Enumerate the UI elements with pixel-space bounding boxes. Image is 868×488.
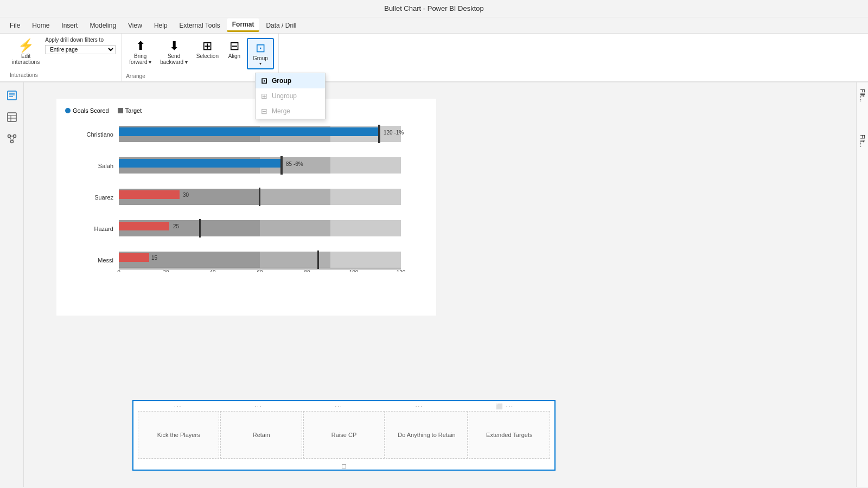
bring-forward-button[interactable]: ⬆ Bringforward ▾: [126, 38, 155, 67]
bar-label-hazard: Hazard: [94, 226, 113, 232]
legend-target-label: Target: [125, 107, 142, 114]
chart-container: Goals Scored Target Christiano: [56, 99, 436, 316]
align-button[interactable]: ⊟ Align: [224, 38, 245, 61]
align-label: Align: [228, 53, 240, 59]
card-cell-1: Kick the Players: [138, 411, 219, 459]
drill-filter-area: Apply drill down filters to Entire page: [45, 37, 116, 54]
svg-text:20: 20: [163, 269, 169, 272]
card-dots-1: ···: [174, 403, 182, 409]
group-icon: ⊡: [256, 41, 265, 55]
titlebar: Bullet Chart - Power BI Desktop: [0, 0, 868, 17]
interactions-section-label: Interactions: [10, 72, 116, 78]
menu-view[interactable]: View: [123, 20, 148, 31]
filters-label[interactable]: Filt...: [859, 89, 866, 102]
svg-rect-32: [119, 222, 169, 230]
svg-rect-0: [8, 91, 16, 100]
card-dots-2: ···: [254, 403, 262, 409]
bar-value-christiano: 120 -1%: [384, 130, 404, 136]
card-cell-4: Do Anything to Retain: [386, 411, 467, 459]
svg-text:0: 0: [117, 269, 120, 272]
card-cell-2: Retain: [220, 411, 302, 459]
menu-modeling[interactable]: Modeling: [84, 20, 122, 31]
card-dots-3: ···: [335, 403, 342, 409]
interactions-section: ⚡ Editinteractions Apply drill down filt…: [4, 34, 122, 81]
card-dots-5: ⬜ ···: [496, 403, 514, 409]
legend-goals-label: Goals Scored: [73, 107, 109, 114]
dropdown-ungroup: ⊞ Ungroup: [256, 88, 325, 104]
menu-file[interactable]: File: [4, 20, 25, 31]
chart-legend: Goals Scored Target: [65, 107, 427, 114]
svg-point-10: [10, 140, 13, 143]
svg-rect-33: [199, 219, 201, 237]
selection-label: Selection: [196, 53, 219, 59]
group-button[interactable]: ⊡ Group ▾: [247, 38, 274, 69]
menu-external-tools[interactable]: External Tools: [174, 20, 226, 31]
card-dots-row: ··· ··· ··· ··· ⬜ ···: [133, 401, 554, 411]
bar-value-hazard: 25: [173, 223, 180, 229]
svg-point-9: [13, 135, 16, 138]
canvas[interactable]: Goals Scored Target Christiano: [24, 82, 856, 487]
align-icon: ⊟: [229, 40, 239, 52]
svg-text:120: 120: [397, 269, 406, 272]
svg-rect-4: [8, 113, 16, 121]
bottom-card[interactable]: ··· ··· ··· ··· ⬜ ··· Kick the Players R…: [132, 400, 556, 471]
dropdown-group-icon: ⊡: [261, 76, 267, 85]
svg-text:100: 100: [349, 269, 359, 272]
dropdown-merge: ⊟ Merge: [256, 104, 325, 119]
dropdown-merge-label: Merge: [272, 107, 290, 115]
legend-goals-dot: [65, 108, 71, 113]
menu-help[interactable]: Help: [149, 20, 173, 31]
bar-value-suarez: 30: [183, 192, 189, 198]
dropdown-ungroup-icon: ⊞: [261, 92, 267, 100]
bar-label-salah: Salah: [98, 163, 113, 169]
main-content: Goals Scored Target Christiano: [0, 82, 868, 487]
right-panel: Filt... Filt...: [856, 82, 868, 487]
bar-label-christiano: Christiano: [86, 131, 113, 138]
dropdown-merge-icon: ⊟: [261, 107, 267, 115]
selection-button[interactable]: ⊞ Selection: [193, 38, 222, 61]
selection-icon: ⊞: [202, 40, 212, 52]
dropdown-group-label: Group: [272, 77, 291, 85]
card-bottom-handle: [133, 463, 554, 470]
menu-data-drill[interactable]: Data / Drill: [260, 20, 302, 31]
menu-insert[interactable]: Insert: [56, 20, 83, 31]
send-backward-label: Sendbackward ▾: [160, 53, 188, 65]
edit-interactions-button[interactable]: ⚡ Editinteractions: [10, 37, 42, 66]
sidebar-icon-report[interactable]: [3, 87, 21, 104]
send-backward-button[interactable]: ⬇ Sendbackward ▾: [157, 38, 191, 67]
left-sidebar: [0, 82, 24, 487]
svg-rect-27: [119, 190, 180, 199]
bar-value-salah: 85 -6%: [286, 161, 303, 167]
ribbon: ⚡ Editinteractions Apply drill down filt…: [0, 34, 868, 82]
group-arrow-icon: ▾: [259, 61, 261, 66]
drill-filter-select[interactable]: Entire page: [45, 45, 116, 54]
drill-filter-label: Apply drill down filters to: [45, 37, 116, 43]
bring-forward-icon: ⬆: [136, 40, 145, 52]
card-cell-5: Extended Targets: [469, 411, 550, 459]
svg-rect-22: [119, 159, 282, 168]
dropdown-ungroup-label: Ungroup: [272, 92, 297, 100]
svg-rect-23: [280, 156, 283, 175]
title-text: Bullet Chart - Power BI Desktop: [384, 4, 484, 12]
arrange-section-label: Arrange: [126, 73, 274, 79]
svg-rect-37: [119, 253, 149, 262]
sidebar-icon-table[interactable]: [3, 108, 21, 126]
bullet-chart-svg: Christiano 120 -1% Salah 85 -6%: [65, 120, 427, 272]
filters-label-2[interactable]: Filt...: [859, 134, 866, 147]
bar-label-messi: Messi: [98, 257, 113, 264]
svg-point-8: [8, 135, 10, 138]
menu-home[interactable]: Home: [27, 20, 55, 31]
sidebar-icon-model[interactable]: [3, 130, 21, 147]
svg-text:40: 40: [209, 269, 216, 272]
resize-handle[interactable]: [342, 464, 346, 468]
edit-interactions-icon: ⚡: [18, 38, 34, 53]
card-content: Kick the Players Retain Raise CP Do Anyt…: [133, 411, 554, 463]
menu-format[interactable]: Format: [227, 18, 260, 32]
dropdown-group[interactable]: ⊡ Group: [256, 73, 325, 88]
svg-rect-28: [259, 188, 260, 206]
send-backward-icon: ⬇: [169, 40, 179, 52]
svg-rect-38: [317, 251, 319, 269]
svg-rect-18: [378, 125, 380, 143]
card-dots-4: ···: [416, 403, 423, 409]
svg-text:80: 80: [304, 269, 310, 272]
